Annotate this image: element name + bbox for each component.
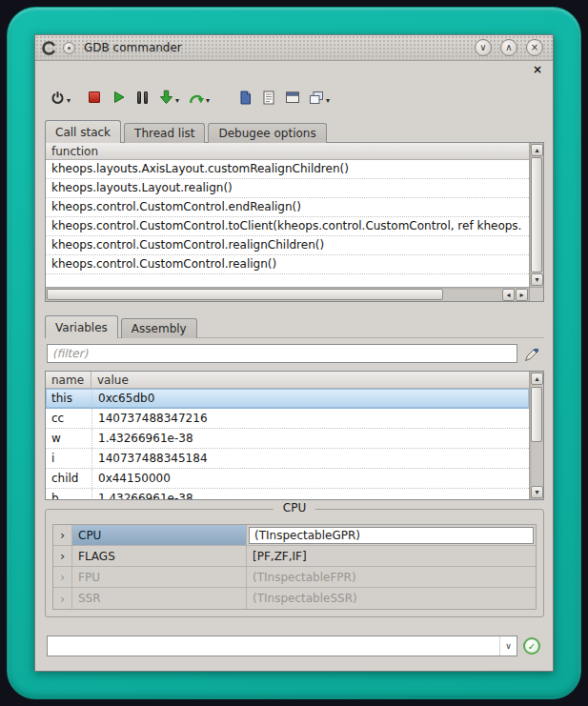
variables-table: name value this 0xc65db0 cc 140737488347… (45, 371, 544, 500)
variables-vertical-scrollbar[interactable]: ▴ ▾ (529, 372, 543, 499)
scrollbar-thumb[interactable] (531, 387, 542, 442)
window-view-button[interactable] (284, 87, 301, 108)
debug-toolbar: ▾ ▾ ▾ (49, 83, 332, 111)
scroll-right-icon[interactable]: ▸ (516, 289, 528, 301)
cpu-row-name[interactable]: FLAGS (72, 546, 247, 566)
call-stack-row[interactable]: kheops.control.CustomControl.realignChil… (46, 236, 529, 255)
scrollbar-thumb[interactable] (47, 289, 443, 300)
call-stack-column-header[interactable]: function (46, 143, 529, 160)
text-list-button[interactable] (260, 87, 277, 108)
variable-value: 1.43266961e-38 (91, 489, 529, 500)
cpu-row[interactable]: › FLAGS [PF,ZF,IF] (53, 546, 536, 567)
restore-button[interactable]: ∧ (500, 39, 517, 56)
variables-row[interactable]: this 0xc65db0 (46, 389, 529, 409)
send-command-button[interactable]: ✓ (523, 637, 540, 655)
cpu-row-name[interactable]: CPU (72, 525, 247, 545)
continue-icon (188, 91, 205, 105)
tab-thread-list[interactable]: Thread list (124, 123, 205, 143)
variable-name: i (46, 449, 91, 468)
document-button[interactable] (236, 87, 253, 108)
scroll-up-icon[interactable]: ▴ (531, 373, 543, 385)
titlebar[interactable]: GDB commander ∨ ∧ × (35, 35, 553, 61)
cpu-row-name[interactable]: FPU (72, 567, 247, 587)
column-header-name[interactable]: name (46, 372, 91, 388)
continue-dropdown[interactable]: ▾ (206, 96, 210, 105)
cpu-value-field[interactable]: (TInspectableGPR) (249, 527, 534, 544)
variables-row[interactable]: child 0x44150000 (46, 469, 529, 489)
variables-row[interactable]: cc 140737488347216 (46, 409, 529, 429)
scroll-down-icon[interactable]: ▾ (531, 486, 543, 498)
pause-icon (137, 91, 148, 104)
power-button[interactable] (49, 87, 66, 108)
power-dropdown[interactable]: ▾ (67, 96, 71, 105)
expander-icon[interactable]: › (53, 567, 72, 587)
windows-stack-icon (309, 91, 324, 105)
run-icon (112, 91, 125, 104)
call-stack-row[interactable]: kheops.control.CustomControl.endRealign(… (46, 198, 529, 217)
cpu-row[interactable]: › FPU (TInspectableFPR) (53, 567, 536, 588)
call-stack-row[interactable]: kheops.layouts.Layout.realign() (46, 179, 529, 198)
scrollbar-thumb[interactable] (531, 157, 542, 272)
step-button[interactable] (157, 87, 174, 108)
call-stack-horizontal-scrollbar[interactable]: ◂ ▸ (46, 287, 529, 301)
expander-icon[interactable]: › (53, 525, 72, 545)
tab-assembly[interactable]: Assembly (121, 318, 197, 338)
call-stack-list: function kheops.layouts.AxisLayout.custo… (45, 142, 544, 302)
call-stack-vertical-scrollbar[interactable]: ▴ ▾ (529, 143, 543, 287)
combo-dropdown-icon[interactable]: ∨ (499, 636, 517, 656)
close-button[interactable]: × (526, 39, 543, 56)
stop-icon (89, 91, 100, 103)
cpu-row[interactable]: › SSR (TInspectableSSR) (53, 588, 536, 609)
sticky-dot-icon (68, 47, 71, 50)
step-dropdown[interactable]: ▾ (175, 96, 179, 105)
cpu-row[interactable]: › CPU (TInspectableGPR) (53, 525, 536, 546)
document-icon (239, 91, 252, 105)
shade-button[interactable]: ∨ (475, 39, 492, 56)
command-input[interactable] (48, 636, 499, 656)
run-button[interactable] (110, 87, 127, 108)
windows-stack-dropdown[interactable]: ▾ (326, 96, 330, 105)
variables-row[interactable]: i 140737488345184 (46, 449, 529, 469)
top-tabbar: Call stack Thread list Debugee options (45, 120, 330, 143)
call-stack-row[interactable]: kheops.layouts.AxisLayout.customRealignC… (46, 160, 529, 179)
cpu-row-value: (TInspectableSSR) (247, 588, 536, 609)
tab-call-stack[interactable]: Call stack (45, 120, 121, 143)
cpu-row-name[interactable]: SSR (72, 588, 247, 609)
scrollbar-corner (529, 287, 543, 301)
scroll-up-icon[interactable]: ▴ (531, 144, 543, 156)
cpu-groupbox: CPU › CPU (TInspectableGPR) › FLAGS [PF,… (45, 509, 544, 617)
cpu-row-value: (TInspectableFPR) (247, 567, 536, 587)
variables-header: name value (46, 372, 529, 389)
cpu-row-value: [PF,ZF,IF] (247, 546, 536, 566)
continue-button[interactable] (188, 87, 205, 108)
cpu-row-value: (TInspectableGPR) (247, 525, 536, 545)
variable-name: cc (46, 409, 91, 428)
variable-value: 140737488345184 (91, 449, 529, 468)
pen-icon (523, 346, 539, 362)
variable-name: child (46, 469, 91, 488)
expander-icon[interactable]: › (53, 588, 72, 609)
filter-options-button[interactable] (522, 345, 540, 363)
stop-button[interactable] (86, 87, 103, 108)
app-menu-icon[interactable] (41, 40, 57, 56)
sticky-button[interactable] (63, 42, 75, 54)
dock-close-icon[interactable]: × (531, 64, 544, 77)
variables-row[interactable]: b 1.43266961e-38 (46, 489, 529, 500)
expander-icon[interactable]: › (53, 546, 72, 566)
call-stack-row[interactable]: kheops.control.CustomControl.realign() (46, 255, 529, 274)
column-header-value[interactable]: value (91, 372, 529, 388)
window-view-icon (285, 91, 300, 104)
windows-stack-button[interactable] (308, 87, 325, 108)
filter-input[interactable] (47, 344, 517, 363)
tab-variables[interactable]: Variables (45, 315, 118, 338)
call-stack-row[interactable]: kheops.control.CustomControl.toClient(kh… (46, 217, 529, 236)
variable-value: 1.43266961e-38 (91, 429, 529, 448)
step-down-icon (159, 90, 173, 105)
scroll-down-icon[interactable]: ▾ (531, 273, 543, 286)
scroll-left-icon[interactable]: ◂ (502, 289, 515, 301)
variables-row[interactable]: w 1.43266961e-38 (46, 429, 529, 449)
power-icon (51, 91, 65, 105)
pause-button[interactable] (133, 87, 151, 108)
tab-debugee-options[interactable]: Debugee options (208, 123, 326, 143)
variable-value: 140737488347216 (91, 409, 529, 428)
